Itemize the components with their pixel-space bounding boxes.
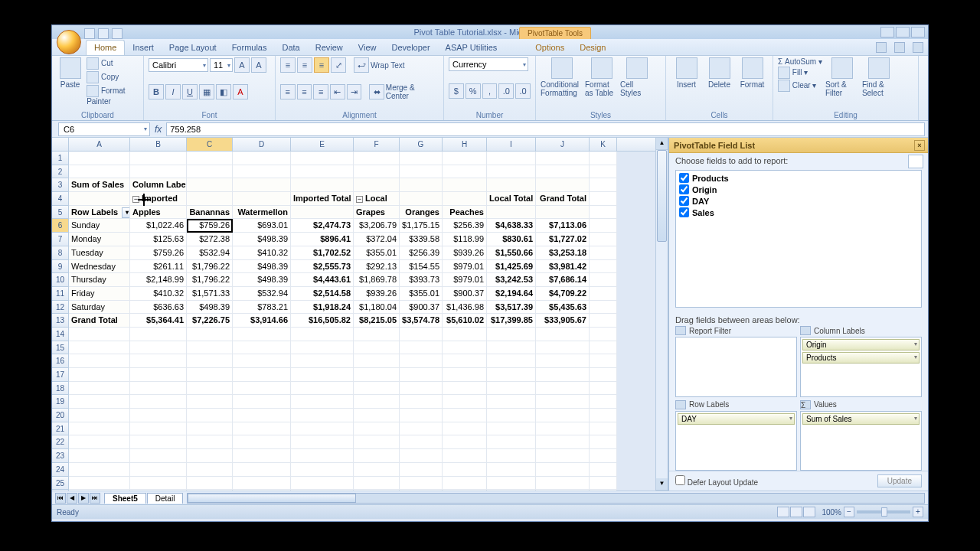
cell[interactable] [536,341,590,355]
cell[interactable] [590,449,617,463]
cell[interactable] [187,152,233,165]
cell[interactable] [443,165,487,179]
cell[interactable] [130,463,187,477]
cell[interactable]: Grapes [354,206,400,220]
cell[interactable] [590,477,617,491]
cell[interactable] [400,165,443,179]
cell[interactable] [487,152,536,165]
field-day[interactable]: DAY [678,195,920,207]
cell[interactable] [291,422,354,436]
cell[interactable] [187,165,233,179]
row-header-8[interactable]: 8 [52,246,69,260]
cell[interactable] [291,449,354,463]
tab-view[interactable]: View [351,41,384,55]
cell[interactable] [187,449,233,463]
scroll-down-icon[interactable]: ▼ [656,478,668,491]
cell[interactable]: Grand Total [69,314,130,328]
cell[interactable]: $532.94 [233,287,291,301]
cell[interactable] [536,368,590,382]
cell[interactable] [443,368,487,382]
font-name-combo[interactable]: Calibri [149,58,208,72]
normal-view-icon[interactable] [777,507,789,517]
col-D[interactable]: D [233,138,291,151]
cell[interactable]: $7,686.14 [536,273,590,287]
cell[interactable]: $759.26 [187,219,233,233]
cell[interactable] [536,395,590,409]
cell[interactable] [130,490,187,491]
cell[interactable] [233,341,291,355]
cell[interactable]: $2,148.99 [130,273,187,287]
tab-home[interactable]: Home [86,40,125,55]
cell[interactable] [291,409,354,422]
tab-developer[interactable]: Developer [384,41,437,55]
cell[interactable]: $1,796.22 [187,273,233,287]
cell[interactable] [443,435,487,449]
cell[interactable]: $636.63 [130,301,187,315]
cell[interactable]: $16,505.82 [291,314,354,328]
collapse-icon[interactable]: − [132,196,139,203]
font-color-button[interactable]: A [233,84,248,99]
copy-button[interactable]: Copy [87,71,139,83]
cell[interactable]: $1,425.69 [487,260,536,274]
cell[interactable] [291,354,354,368]
cell[interactable] [291,341,354,355]
cell[interactable]: $272.38 [187,233,233,246]
cell[interactable] [487,354,536,368]
cell[interactable]: $1,175.15 [400,219,443,233]
cell[interactable] [443,152,487,165]
row-header-19[interactable]: 19 [52,395,69,409]
cell[interactable] [536,409,590,422]
cell[interactable] [536,328,590,341]
cell[interactable] [69,368,130,382]
delete-cells-button[interactable]: Delete [704,57,735,89]
field-sales[interactable]: Sales [678,207,920,218]
cell[interactable] [354,152,400,165]
cell[interactable]: Sunday [69,219,130,233]
wrap-text-button[interactable]: ⮐ [354,57,369,73]
cell[interactable] [590,354,617,368]
cell[interactable] [69,409,130,422]
column-labels-well[interactable]: Origin Products [800,337,922,397]
page-layout-view-icon[interactable] [790,507,802,517]
cell[interactable] [354,341,400,355]
cell[interactable] [536,477,590,491]
cell[interactable] [590,246,617,260]
zoom-knob[interactable] [881,507,887,517]
cell[interactable] [69,435,130,449]
col-H[interactable]: H [443,138,487,151]
cell[interactable]: $8,215.05 [354,314,400,328]
cell[interactable] [536,449,590,463]
cell[interactable] [69,477,130,491]
cell[interactable] [130,477,187,491]
cell[interactable] [354,395,400,409]
decrease-indent-icon[interactable]: ⇤ [330,84,345,99]
cell[interactable]: $3,517.39 [487,301,536,315]
cell[interactable]: Wednesday [69,260,130,274]
cell[interactable]: $1,022.46 [130,219,187,233]
cell[interactable] [233,368,291,382]
cell[interactable]: $4,638.33 [487,219,536,233]
cell[interactable] [590,463,617,477]
name-box[interactable]: C6 [58,122,150,136]
hscroll-thumb[interactable] [188,494,356,503]
sort-filter-button[interactable]: Sort & Filter [825,57,859,97]
increase-decimal-icon[interactable]: .0 [498,83,514,99]
cell[interactable] [590,260,617,274]
cell[interactable] [354,449,400,463]
cell[interactable] [400,328,443,341]
align-top-icon[interactable]: ≡ [280,57,296,73]
cell[interactable] [536,490,590,491]
wrap-text-label[interactable]: Wrap Text [371,61,405,70]
cell[interactable] [590,165,617,179]
cell[interactable] [233,463,291,477]
font-size-combo[interactable]: 11 [210,58,233,72]
col-C[interactable]: C [187,138,233,151]
cell[interactable] [187,490,233,491]
pill-sum-of-sales[interactable]: Sum of Sales [802,413,920,425]
cell[interactable]: $5,435.63 [536,301,590,315]
row-header-3[interactable]: 3 [52,178,69,192]
row-labels-well[interactable]: DAY [675,411,797,471]
cell[interactable]: Imported Total [291,192,354,206]
zoom-out-icon[interactable]: − [844,507,854,517]
format-as-table-button[interactable]: Format as Table [585,57,619,97]
